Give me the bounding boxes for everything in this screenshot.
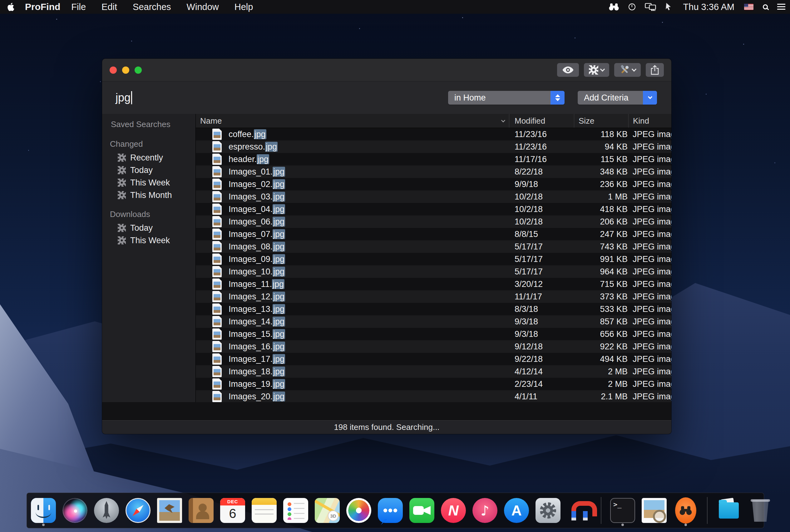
title-bar[interactable] (102, 59, 671, 81)
menubar-app-name[interactable]: ProFind (25, 2, 60, 12)
input-language-flag-icon[interactable] (739, 0, 758, 14)
menu-file[interactable]: File (63, 0, 94, 14)
binoculars-status-icon[interactable] (604, 0, 624, 14)
dock-icon-contacts[interactable] (188, 495, 214, 526)
dock-icon-photos[interactable] (346, 495, 372, 526)
tools-icon (619, 65, 630, 75)
table-row[interactable]: Images_12.jpg11/1/17373 KBJPEG image (196, 290, 671, 303)
zoom-button[interactable] (135, 66, 142, 74)
table-row[interactable]: Images_13.jpg8/3/18533 KBJPEG image (196, 303, 671, 315)
cursor-status-icon[interactable] (661, 0, 678, 14)
match-highlight: jpg (257, 154, 269, 164)
jpeg-file-icon (212, 253, 222, 265)
action-menu-button[interactable] (584, 63, 609, 77)
dock-icon-launchpad[interactable] (94, 495, 119, 526)
power-status-icon[interactable] (624, 0, 640, 14)
dock-icon-preview[interactable] (641, 495, 667, 526)
close-button[interactable] (110, 66, 117, 74)
sidebar-item-this-week[interactable]: This Week (102, 234, 195, 247)
running-indicator (621, 524, 624, 526)
displays-status-icon[interactable] (640, 0, 661, 14)
match-highlight: jpg (272, 392, 285, 401)
column-header-modified[interactable]: Modified (509, 114, 574, 128)
sidebar-item-today[interactable]: Today (102, 164, 195, 176)
menu-help[interactable]: Help (227, 0, 261, 14)
apple-menu-icon[interactable] (2, 0, 21, 14)
table-row[interactable]: Images_10.jpg5/17/17964 KBJPEG image (196, 265, 671, 278)
dock-icon-terminal[interactable]: >_ (610, 495, 636, 526)
table-row[interactable]: Images_11.jpg3/20/12715 KBJPEG image (196, 278, 671, 290)
dock-icon-app-store[interactable]: A (504, 495, 529, 526)
dock-icon-reminders[interactable] (283, 495, 308, 526)
table-row[interactable]: Images_02.jpg9/9/18236 KBJPEG image (196, 178, 671, 190)
scope-dropdown[interactable]: in Home (448, 91, 565, 104)
add-criteria-dropdown[interactable]: Add Criteria (578, 91, 657, 104)
jpeg-file-icon (212, 191, 222, 202)
table-row[interactable]: Images_14.jpg9/3/18857 KBJPEG image (196, 315, 671, 328)
dock-icon-finder[interactable] (31, 495, 56, 526)
sidebar-item-today[interactable]: Today (102, 222, 195, 234)
table-row[interactable]: Images_18.jpg4/12/142 MBJPEG image (196, 365, 671, 378)
dock-icon-notes[interactable] (251, 495, 277, 526)
dock-icon-facetime[interactable] (409, 495, 435, 526)
table-row[interactable]: Images_17.jpg9/22/18494 KBJPEG image (196, 353, 671, 365)
dock-icon-safari[interactable] (125, 495, 151, 526)
match-highlight: jpg (272, 167, 285, 177)
sidebar-item-recently[interactable]: Recently (102, 151, 195, 164)
table-row[interactable]: Images_09.jpg5/17/17991 KBJPEG image (196, 253, 671, 265)
dock-icon-profind[interactable] (673, 495, 698, 526)
table-row[interactable]: Images_01.jpg8/22/18348 KBJPEG image (196, 166, 671, 178)
match-highlight: jpg (272, 217, 285, 227)
quick-look-button[interactable] (557, 63, 579, 77)
sidebar-item-this-month[interactable]: This Month (102, 189, 195, 202)
column-header-size[interactable]: Size (574, 114, 628, 128)
table-row[interactable]: espresso.jpg11/23/1694 KBJPEG image (196, 140, 671, 153)
match-highlight: jpg (272, 279, 284, 289)
dock-icon-folder[interactable] (716, 495, 741, 526)
table-row[interactable]: Images_06.jpg10/2/18206 KBJPEG image (196, 215, 671, 228)
table-row[interactable]: Images_16.jpg9/12/18922 KBJPEG image (196, 340, 671, 353)
jpeg-file-icon (212, 266, 222, 277)
table-row[interactable]: Images_03.jpg10/2/181 MBJPEG image (196, 190, 671, 203)
dock-icon-siri[interactable] (62, 495, 88, 526)
table-row[interactable]: Images_07.jpg8/8/15247 KBJPEG image (196, 228, 671, 241)
dock-icon-mail[interactable] (157, 495, 182, 526)
match-highlight: jpg (272, 254, 285, 264)
toolbar (557, 63, 664, 77)
match-highlight: jpg (272, 204, 285, 214)
dock-icon-system-preferences[interactable] (535, 495, 561, 526)
sidebar-section-header: Changed (102, 139, 195, 149)
dock-icon-itunes[interactable]: ♪ (472, 495, 498, 526)
column-header-name[interactable]: Name (196, 114, 509, 128)
table-row[interactable]: Images_19.jpg2/23/142 MBJPEG image (196, 378, 671, 390)
spotlight-icon[interactable] (758, 0, 772, 14)
share-button[interactable] (646, 63, 664, 77)
dock-icon-calendar[interactable]: DEC6 (220, 495, 245, 526)
table-row[interactable]: header.jpg11/17/16115 KBJPEG image (196, 153, 671, 166)
sidebar-item-this-week[interactable]: This Week (102, 176, 195, 189)
table-row[interactable]: coffee.jpg11/23/16118 KBJPEG image (196, 128, 671, 140)
menu-edit[interactable]: Edit (94, 0, 125, 14)
results-table: Name Modified Size Kind coffee.jpg11/23/… (196, 114, 671, 402)
table-row[interactable]: Images_20.jpg4/1/112.1 MBJPEG image (196, 390, 671, 402)
search-text: jpg (115, 91, 131, 104)
table-row[interactable]: Images_15.jpg9/3/18656 KBJPEG image (196, 328, 671, 340)
dock-icon-messages[interactable] (377, 495, 403, 526)
jpeg-file-icon (212, 154, 222, 165)
dock-icon-news[interactable]: N (440, 495, 466, 526)
match-highlight: jpg (272, 342, 285, 352)
dock-icon-trash[interactable] (748, 495, 773, 526)
column-header-kind[interactable]: Kind (628, 114, 671, 128)
menu-window[interactable]: Window (179, 0, 227, 14)
dock-icon-magnet[interactable] (567, 495, 592, 526)
dock-icon-maps[interactable]: 3D (315, 495, 340, 526)
minimize-button[interactable] (122, 66, 129, 74)
table-row[interactable]: Images_08.jpg5/17/17743 KBJPEG image (196, 241, 671, 253)
tools-menu-button[interactable] (614, 63, 641, 77)
search-input[interactable]: jpg (115, 91, 132, 104)
gear-icon (118, 154, 126, 162)
table-row[interactable]: Images_04.jpg10/2/18418 KBJPEG image (196, 203, 671, 215)
menubar-clock[interactable]: Thu 3:36 AM (678, 2, 739, 12)
menu-searches[interactable]: Searches (125, 0, 179, 14)
notification-center-icon[interactable] (772, 0, 790, 14)
